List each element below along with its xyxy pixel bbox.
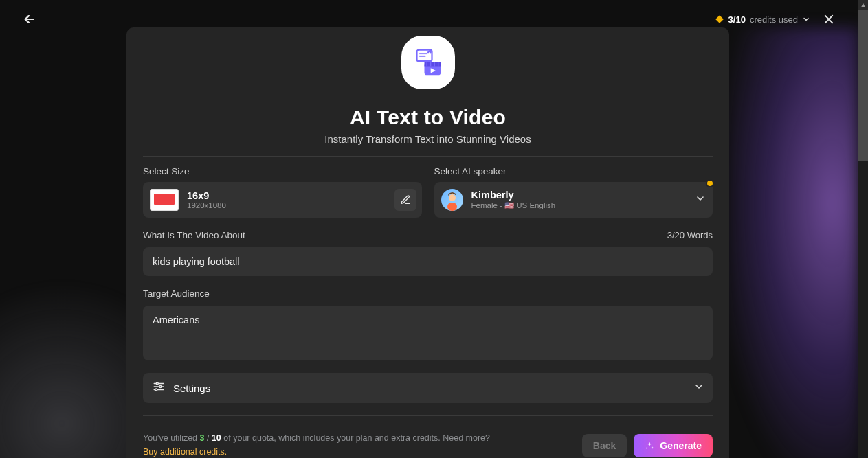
- topic-input[interactable]: [143, 247, 713, 276]
- back-button[interactable]: Back: [582, 434, 627, 457]
- audience-label: Target Audience: [143, 288, 210, 299]
- scrollbar-thumb[interactable]: [858, 10, 868, 161]
- svg-point-16: [449, 194, 456, 201]
- size-label: Select Size: [143, 166, 422, 176]
- sliders-icon: [153, 380, 165, 393]
- svg-point-23: [155, 389, 157, 391]
- speaker-avatar: [441, 189, 463, 211]
- quota-text: You've utilized 3 / 10 of your quota, wh…: [143, 431, 490, 445]
- close-icon: [823, 13, 835, 25]
- hero-section: AI Text to Video Instantly Transform Tex…: [143, 36, 713, 157]
- speaker-selector[interactable]: Kimberly Female - 🇺🇸 US English: [434, 182, 713, 218]
- text-to-video-icon: [413, 47, 443, 78]
- sparkle-icon: [645, 441, 654, 450]
- chevron-down-icon: [693, 381, 704, 392]
- edit-size-button[interactable]: [394, 189, 416, 211]
- diamond-icon: [715, 14, 724, 24]
- svg-marker-3: [715, 15, 724, 23]
- chevron-down-icon: [695, 193, 706, 204]
- svg-rect-17: [447, 203, 457, 211]
- svg-point-19: [156, 382, 158, 385]
- size-resolution: 1920x1080: [187, 201, 226, 209]
- credits-used-value: 3/10: [728, 14, 746, 25]
- main-panel: AI Text to Video Instantly Transform Tex…: [126, 27, 729, 458]
- settings-toggle[interactable]: Settings: [143, 373, 713, 403]
- hero-icon-container: [401, 36, 455, 89]
- topic-label: What Is The Video About: [143, 230, 245, 240]
- size-ratio: 16x9: [187, 190, 226, 201]
- scroll-up-arrow-icon[interactable]: ▲: [858, 0, 868, 10]
- page-title: AI Text to Video: [350, 106, 506, 129]
- page-scrollbar[interactable]: ▲: [858, 0, 868, 458]
- aspect-thumb-icon: [150, 189, 179, 211]
- speaker-label: Select AI speaker: [434, 166, 713, 176]
- svg-point-21: [159, 386, 162, 388]
- speaker-meta: Female - 🇺🇸 US English: [471, 201, 556, 210]
- chevron-down-icon: [802, 15, 810, 23]
- page-subtitle: Instantly Transform Text into Stunning V…: [324, 133, 531, 145]
- background-gradient: [728, 27, 858, 458]
- back-arrow-button[interactable]: [19, 10, 37, 28]
- speaker-name: Kimberly: [471, 190, 556, 201]
- audience-input[interactable]: [143, 306, 713, 360]
- size-selector[interactable]: 16x9 1920x1080: [143, 182, 422, 218]
- topic-word-counter: 3/20 Words: [667, 230, 713, 240]
- generate-button[interactable]: Generate: [634, 434, 713, 457]
- close-button[interactable]: [821, 12, 836, 27]
- generate-label: Generate: [660, 440, 702, 451]
- speaker-status-dot: [706, 179, 714, 187]
- pencil-icon: [400, 194, 411, 205]
- credits-label: credits used: [750, 14, 798, 25]
- credits-indicator[interactable]: 3/10 credits used: [715, 14, 810, 25]
- buy-credits-link[interactable]: Buy additional credits.: [143, 447, 227, 457]
- settings-label: Settings: [173, 382, 210, 394]
